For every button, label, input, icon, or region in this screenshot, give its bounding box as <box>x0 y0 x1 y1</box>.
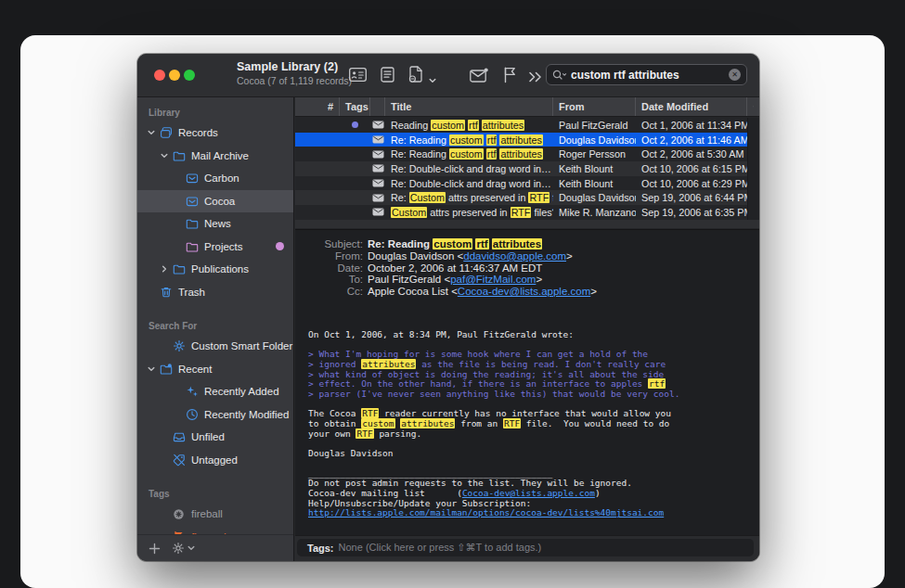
sidebar-sections: LibraryRecordsMail ArchiveCarbonCocoaNew… <box>137 97 293 535</box>
table-row[interactable]: Re: Custom attrs preserved in RTF f…Doug… <box>295 190 747 205</box>
flag-icon-button[interactable] <box>503 67 517 87</box>
email-icon <box>370 208 385 216</box>
highlighted-term: custom <box>433 238 472 249</box>
column-header-title[interactable]: Title <box>385 97 553 116</box>
highlighted-term: attributes <box>499 148 542 160</box>
add-button[interactable] <box>149 543 161 555</box>
text-segment: > parser (I've never seen anything like … <box>308 389 679 399</box>
row-date-cell: Sep 19, 2006 at 6:35 PM <box>636 207 747 218</box>
highlighted-term: rtf <box>648 378 666 389</box>
toolbar-overflow-icon[interactable] <box>528 70 543 86</box>
row-date-cell: Oct 2, 2006 at 5:30 AM <box>636 148 747 160</box>
scrollbar-track[interactable] <box>747 118 759 220</box>
disclosure-open-icon[interactable] <box>160 151 172 160</box>
table-row[interactable]: Re: Double-click and drag word in…Keith … <box>295 161 747 176</box>
row-title-cell: Custom attrs preserved in RTF files? <box>385 207 553 218</box>
sidebar-section-title: Search For <box>137 318 293 335</box>
mailbox-icon <box>185 194 199 208</box>
sidebar-item-fireball[interactable]: fireball <box>137 503 293 526</box>
sidebar-item-publications[interactable]: Publications <box>137 258 293 281</box>
contact-card-icon-button[interactable] <box>349 68 367 85</box>
row-from-cell: Keith Blount <box>553 178 636 189</box>
search-clear-icon[interactable]: ✕ <box>729 69 741 81</box>
sidebar-item-trash[interactable]: Trash <box>137 281 293 304</box>
message-headers: Subject:Re: Reading custom rtf attribute… <box>295 230 759 298</box>
search-field[interactable]: ✕ <box>546 64 747 85</box>
highlighted-term: Custom <box>409 192 446 203</box>
text-segment: Re: <box>391 192 409 203</box>
search-input[interactable] <box>571 69 729 82</box>
document-icon-button[interactable] <box>381 67 394 86</box>
tags-placeholder: None (Click here or press ⇧⌘T to add tag… <box>339 542 542 554</box>
link[interactable]: ddavidso@apple.com <box>463 250 566 262</box>
sidebar-item-recent[interactable]: Recent <box>137 358 293 381</box>
row-date-cell: Oct 10, 2006 at 6:15 PM <box>636 163 747 174</box>
sidebar-item-carbon[interactable]: Carbon <box>137 167 293 190</box>
sidebar-section-title: Library <box>137 105 293 121</box>
sidebar-item-unfiled[interactable]: Unfiled <box>137 426 293 449</box>
sidebar-item-records[interactable]: Records <box>137 121 293 145</box>
text-segment: > ignored <box>308 359 361 369</box>
table-row[interactable]: Re: Reading custom rtf attributesRoger P… <box>295 147 747 161</box>
action-menu-button[interactable] <box>172 542 196 555</box>
row-title-cell: Reading custom rtf attributes <box>385 120 553 131</box>
table-row[interactable]: Reading custom rtf attributesPaul FitzGe… <box>295 118 747 133</box>
disclosure-closed-icon[interactable] <box>160 264 172 274</box>
sidebar-section-tags: Tagsfireballflagged <box>137 486 293 535</box>
table-row[interactable]: Re: Reading custom rtf attributesDouglas… <box>295 133 747 147</box>
link[interactable]: Cocoa-dev@lists.apple.com <box>462 488 595 498</box>
column-header-ic[interactable] <box>370 97 385 116</box>
sidebar-item-mail-archive[interactable]: Mail Archive <box>137 145 293 168</box>
link[interactable]: http://lists.apple.com/mailman/options/c… <box>308 507 664 518</box>
body-line: your own RTF parsing. <box>308 429 759 440</box>
search-icon[interactable] <box>552 70 567 81</box>
text-segment: Paul FitzGerald < <box>368 274 450 285</box>
sidebar-item-custom-smart-folder[interactable]: Custom Smart Folder <box>137 335 293 358</box>
sidebar: LibraryRecordsMail ArchiveCarbonCocoaNew… <box>137 97 294 561</box>
column-options-icon[interactable] <box>747 97 759 116</box>
tags-field[interactable]: Tags: None (Click here or press ⇧⌘T to a… <box>297 539 754 556</box>
sidebar-item-news[interactable]: News <box>137 212 293 236</box>
zoom-button[interactable] <box>184 70 195 81</box>
text-segment: files? <box>531 207 553 218</box>
column-header-from[interactable]: From <box>553 97 636 116</box>
disclosure-open-icon[interactable] <box>147 128 159 137</box>
import-icon-button[interactable] <box>408 66 423 87</box>
text-segment: Re: Double-click and drag word in… <box>391 163 551 174</box>
minimize-button[interactable] <box>169 70 180 81</box>
text-segment: October 2, 2006 at 11:46:37 AM EDT <box>368 262 542 274</box>
link[interactable]: Cocoa-dev@lists.apple.com <box>458 286 590 297</box>
sidebar-item-projects[interactable]: Projects <box>137 236 293 259</box>
close-button[interactable] <box>154 70 165 81</box>
text-segment: > <box>536 274 542 285</box>
folder-icon <box>185 239 199 253</box>
header-line-cc: Cc:Apple Cocoa List <Cocoa-dev@lists.app… <box>295 286 759 298</box>
text-segment: ) <box>595 488 601 498</box>
tag-slash-icon <box>172 453 186 467</box>
sidebar-item-untagged[interactable]: Untagged <box>137 449 293 472</box>
title-bar: Sample Library (2) Cocoa (7 of 1,119 rec… <box>137 54 759 97</box>
highlighted-term: custom <box>431 120 465 131</box>
email-icon-button[interactable] <box>470 68 488 87</box>
text-segment: attrs preserved in <box>446 192 528 203</box>
sidebar-item-cocoa[interactable]: Cocoa <box>137 190 293 213</box>
row-date-cell: Oct 1, 2006 at 11:34 PM <box>636 120 747 131</box>
sidebar-item-recently-added[interactable]: Recently Added <box>137 380 293 403</box>
header-value: Paul FitzGerald <paf@FitzMail.com> <box>368 274 542 286</box>
text-segment: as the file is being read. I don't reall… <box>416 359 666 369</box>
tags-bar: Tags: None (Click here or press ⇧⌘T to a… <box>295 535 759 561</box>
column-header-tags[interactable]: Tags <box>340 97 370 116</box>
text-segment: > effect. On the other hand, if there is… <box>308 378 648 389</box>
import-dropdown-chevron-icon[interactable] <box>428 72 437 89</box>
sidebar-item-recently-modified[interactable]: Recently Modified <box>137 403 293 427</box>
column-header-date-modified[interactable]: Date Modified <box>636 97 747 116</box>
sidebar-item-label: Recently Added <box>204 386 279 397</box>
table-row[interactable]: Re: Double-click and drag word in…Keith … <box>295 176 747 191</box>
table-row[interactable]: Custom attrs preserved in RTF files?Mike… <box>295 205 747 220</box>
column-header-num[interactable]: # <box>295 97 340 116</box>
disclosure-open-icon[interactable] <box>147 364 159 374</box>
link[interactable]: paf@FitzMail.com <box>450 274 536 285</box>
email-icon <box>370 194 385 202</box>
highlighted-term: custom <box>449 134 484 146</box>
highlighted-term: attributes <box>361 359 416 369</box>
